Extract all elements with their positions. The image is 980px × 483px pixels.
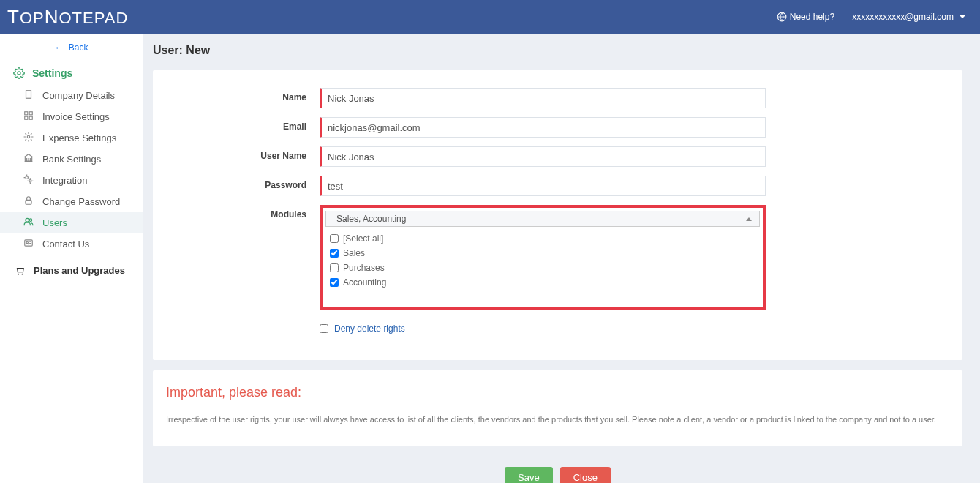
chevron-down-icon	[960, 15, 965, 18]
sidebar-item-label: Invoice Settings	[42, 111, 110, 122]
svg-rect-10	[29, 116, 32, 119]
svg-point-20	[22, 273, 23, 274]
sidebar-item-label: Integration	[42, 175, 87, 186]
svg-point-1	[18, 72, 20, 75]
plans-label: Plans and Upgrades	[34, 265, 125, 276]
svg-rect-7	[25, 112, 28, 115]
gear-icon	[13, 67, 25, 79]
svg-point-16	[29, 219, 32, 222]
module-option[interactable]: Accounting	[330, 275, 755, 290]
idcard-icon	[23, 238, 34, 250]
modules-label: Modules	[166, 205, 320, 220]
module-option-label: Accounting	[343, 277, 386, 288]
deny-rights-checkbox[interactable]	[320, 324, 328, 333]
sidebar-item-company-details[interactable]: Company Details	[0, 85, 143, 106]
name-label: Name	[166, 88, 320, 102]
settings-label: Settings	[32, 67, 72, 79]
deny-rights-label: Deny delete rights	[334, 323, 405, 334]
back-link[interactable]: ← Back	[0, 34, 143, 61]
bank-icon	[23, 153, 34, 165]
module-option-label: Purchases	[343, 263, 385, 273]
users-icon	[23, 217, 34, 229]
important-panel: Important, please read: Irrespective of …	[153, 370, 962, 446]
module-checkbox[interactable]	[330, 263, 339, 272]
svg-point-19	[18, 273, 19, 274]
module-checkbox[interactable]	[330, 234, 339, 243]
help-icon	[777, 12, 787, 22]
svg-point-12	[26, 176, 29, 179]
sidebar-item-label: Change Password	[42, 196, 120, 207]
sidebar-item-integration[interactable]: Integration	[0, 170, 143, 191]
user-menu[interactable]: xxxxxxxxxxxx@gmail.com	[852, 12, 965, 22]
password-input[interactable]	[320, 176, 766, 196]
email-input[interactable]	[320, 117, 766, 138]
sidebar-item-label: Bank Settings	[42, 154, 101, 165]
modules-selected-text: Sales, Accounting	[336, 214, 406, 224]
sidebar-item-label: Company Details	[42, 90, 115, 101]
svg-point-15	[26, 218, 29, 222]
grid-icon	[23, 111, 34, 123]
logo: TOPNOTEPAD	[7, 6, 128, 29]
modules-select[interactable]: Sales, Accounting	[325, 211, 760, 227]
arrow-left-icon: ←	[54, 42, 63, 53]
sidebar-item-users[interactable]: Users	[0, 212, 143, 233]
close-button[interactable]: Close	[560, 467, 611, 484]
sidebar: ← Back Settings Company DetailsInvoice S…	[0, 34, 143, 483]
deny-rights-row[interactable]: Deny delete rights	[320, 323, 949, 334]
cog-icon	[23, 174, 34, 187]
gear-icon	[23, 132, 34, 144]
form-panel: Name Email User Name Password Modules Sa…	[153, 70, 962, 360]
important-text: Irrespective of the user rights, your us…	[166, 413, 949, 426]
sidebar-item-plans[interactable]: Plans and Upgrades	[0, 255, 143, 280]
modules-options: [Select all]SalesPurchasesAccounting	[323, 227, 763, 307]
building-icon	[23, 89, 34, 102]
sidebar-item-label: Expense Settings	[42, 132, 116, 143]
settings-header[interactable]: Settings	[0, 61, 143, 85]
sidebar-item-label: Contact Us	[42, 239, 89, 250]
svg-point-11	[27, 135, 30, 138]
lock-icon	[23, 195, 34, 208]
modules-box: Sales, Accounting [Select all]SalesPurch…	[320, 205, 766, 310]
need-help-link[interactable]: Need help?	[777, 12, 834, 22]
sidebar-item-expense-settings[interactable]: Expense Settings	[0, 127, 143, 149]
save-button[interactable]: Save	[505, 467, 553, 484]
cart-icon	[15, 266, 25, 276]
svg-point-18	[26, 242, 28, 243]
svg-rect-17	[25, 240, 33, 246]
password-label: Password	[166, 176, 320, 190]
sidebar-item-change-password[interactable]: Change Password	[0, 191, 143, 212]
page-title: User: New	[153, 44, 962, 57]
module-option[interactable]: [Select all]	[330, 231, 755, 246]
svg-rect-14	[26, 200, 31, 204]
svg-rect-9	[25, 116, 28, 119]
back-label: Back	[69, 42, 88, 53]
module-checkbox[interactable]	[330, 249, 339, 258]
svg-rect-2	[26, 91, 31, 99]
module-option[interactable]: Sales	[330, 246, 755, 261]
important-title: Important, please read:	[166, 385, 949, 400]
module-option-label: Sales	[343, 248, 365, 258]
name-input[interactable]	[320, 88, 766, 108]
sidebar-item-invoice-settings[interactable]: Invoice Settings	[0, 106, 143, 127]
email-label: Email	[166, 117, 320, 132]
module-checkbox[interactable]	[330, 278, 339, 287]
need-help-label: Need help?	[790, 12, 834, 22]
svg-rect-8	[29, 112, 32, 115]
username-label: User Name	[166, 146, 320, 161]
sidebar-item-bank-settings[interactable]: Bank Settings	[0, 149, 143, 170]
chevron-up-icon	[746, 217, 752, 221]
app-header: TOPNOTEPAD Need help? xxxxxxxxxxxx@gmail…	[0, 0, 980, 34]
content-area: User: New Name Email User Name Password …	[143, 34, 980, 483]
sidebar-item-label: Users	[42, 217, 67, 228]
svg-point-13	[29, 180, 32, 183]
button-row: Save Close	[153, 467, 962, 484]
module-option-label: [Select all]	[343, 233, 383, 244]
user-email-label: xxxxxxxxxxxx@gmail.com	[852, 12, 954, 22]
sidebar-item-contact-us[interactable]: Contact Us	[0, 233, 143, 255]
username-input[interactable]	[320, 146, 766, 167]
module-option[interactable]: Purchases	[330, 261, 755, 275]
